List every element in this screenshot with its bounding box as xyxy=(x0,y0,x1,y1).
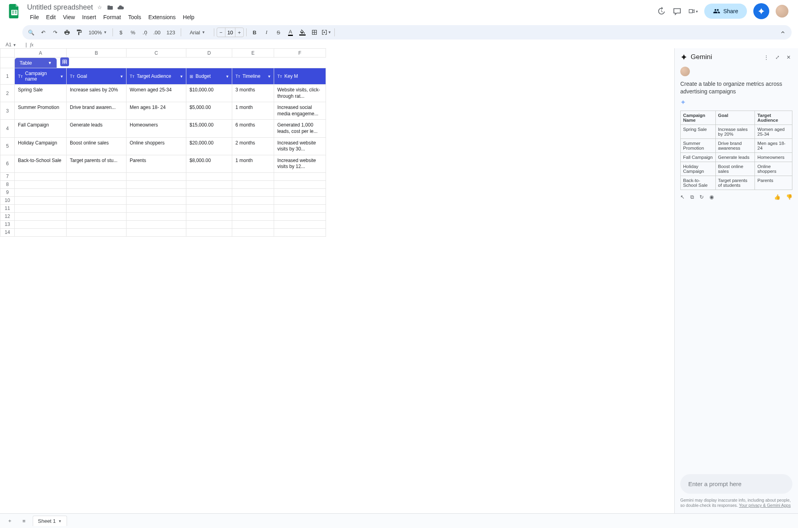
cell[interactable]: 3 months xyxy=(232,85,274,102)
column-header[interactable]: A xyxy=(15,49,67,57)
table-chip[interactable]: Table▼ xyxy=(15,58,57,68)
row-header[interactable]: 1 xyxy=(0,68,15,85)
percent-button[interactable]: % xyxy=(127,27,138,38)
row-header[interactable]: 12 xyxy=(0,212,15,220)
sheets-logo[interactable] xyxy=(6,3,22,19)
row-header[interactable]: 13 xyxy=(0,220,15,228)
cell[interactable]: Parents xyxy=(126,155,186,172)
star-icon[interactable]: ☆ xyxy=(96,4,103,11)
cell[interactable]: Back-to-School Sale xyxy=(15,155,67,172)
document-title[interactable]: Untitled spreadsheet xyxy=(27,3,93,12)
cell[interactable]: Generate leads xyxy=(67,120,126,137)
share-button[interactable]: Share xyxy=(704,4,747,19)
menu-extensions[interactable]: Extensions xyxy=(146,12,178,22)
select-all-corner[interactable] xyxy=(0,49,15,57)
spreadsheet-grid[interactable]: A B C D E F Table▼ 1 TтCampaign name▾ Tт… xyxy=(0,48,674,513)
column-header[interactable]: E xyxy=(232,49,274,57)
column-header[interactable]: F xyxy=(274,49,326,57)
name-box[interactable]: A1 ▼ xyxy=(4,41,22,48)
cell[interactable]: Women aged 25-34 xyxy=(126,85,186,102)
cloud-status-icon[interactable] xyxy=(117,4,124,11)
thumbs-up-icon[interactable]: 👍 xyxy=(774,194,780,200)
comments-icon[interactable] xyxy=(672,6,682,16)
print-button[interactable] xyxy=(61,27,73,38)
search-menu-icon[interactable]: 🔍 xyxy=(26,27,37,38)
strikethrough-button[interactable]: S xyxy=(273,27,284,38)
cell[interactable]: Online shoppers xyxy=(126,137,186,155)
row-header[interactable]: 9 xyxy=(0,188,15,196)
redo-button[interactable]: ↷ xyxy=(49,27,61,38)
increase-decimal-button[interactable]: .00 xyxy=(151,27,162,38)
sources-icon[interactable]: ◉ xyxy=(709,194,714,200)
cell[interactable]: 1 month xyxy=(232,155,274,172)
cell[interactable]: Generated 1,000 leads, cost per le... xyxy=(274,120,326,137)
cell[interactable]: Increased website visits by 12... xyxy=(274,155,326,172)
currency-button[interactable]: $ xyxy=(115,27,126,38)
font-family-select[interactable]: Arial▼ xyxy=(184,27,211,38)
gemini-launcher-button[interactable] xyxy=(753,3,769,19)
row-header[interactable]: 6 xyxy=(0,155,15,172)
cell[interactable]: 1 month xyxy=(232,102,274,120)
cell[interactable]: $5,000.00 xyxy=(186,102,232,120)
more-icon[interactable]: ⋮ xyxy=(762,53,770,61)
cell[interactable]: $8,000.00 xyxy=(186,155,232,172)
cell[interactable]: Increased website visits by 30... xyxy=(274,137,326,155)
cell[interactable]: Summer Promotion xyxy=(15,102,67,120)
privacy-link[interactable]: Your privacy & Gemini Apps xyxy=(739,503,791,508)
row-header[interactable]: 11 xyxy=(0,204,15,212)
move-icon[interactable] xyxy=(107,4,114,11)
close-icon[interactable]: ✕ xyxy=(784,53,792,61)
cell[interactable]: Increase sales by 20% xyxy=(67,85,126,102)
column-header[interactable]: D xyxy=(186,49,232,57)
menu-insert[interactable]: Insert xyxy=(79,12,99,22)
add-sheet-button[interactable]: ＋ xyxy=(4,515,15,526)
column-header[interactable]: B xyxy=(67,49,126,57)
copy-icon[interactable]: ⧉ xyxy=(690,194,694,200)
table-grid-icon[interactable] xyxy=(60,57,69,66)
merge-cells-button[interactable]: ▼ xyxy=(321,27,332,38)
expand-icon[interactable]: ⤢ xyxy=(773,53,781,61)
row-header[interactable]: 8 xyxy=(0,180,15,188)
paint-format-button[interactable] xyxy=(73,27,85,38)
borders-button[interactable] xyxy=(309,27,320,38)
cell[interactable]: Boost online sales xyxy=(67,137,126,155)
decrease-decimal-button[interactable]: .0̣ xyxy=(139,27,150,38)
retry-icon[interactable]: ↻ xyxy=(699,194,704,200)
menu-file[interactable]: File xyxy=(27,12,42,22)
cell[interactable]: Homeowners xyxy=(126,120,186,137)
meet-icon[interactable]: ▾ xyxy=(688,6,698,16)
thumbs-down-icon[interactable]: 👎 xyxy=(786,194,792,200)
increase-font-button[interactable]: + xyxy=(235,30,243,36)
cell[interactable]: $20,000.00 xyxy=(186,137,232,155)
zoom-select[interactable]: 100%▼ xyxy=(85,27,110,38)
menu-edit[interactable]: Edit xyxy=(43,12,59,22)
italic-button[interactable]: I xyxy=(261,27,272,38)
row-header[interactable]: 2 xyxy=(0,85,15,102)
cell[interactable]: Spring Sale xyxy=(15,85,67,102)
cell[interactable]: 6 months xyxy=(232,120,274,137)
column-header[interactable]: C xyxy=(126,49,186,57)
row-header[interactable]: 3 xyxy=(0,102,15,120)
cell[interactable]: Drive brand awaren... xyxy=(67,102,126,120)
row-header[interactable]: 5 xyxy=(0,137,15,155)
menu-view[interactable]: View xyxy=(60,12,78,22)
all-sheets-button[interactable]: ≡ xyxy=(18,515,30,526)
cell[interactable]: Website visits, click-through rat... xyxy=(274,85,326,102)
bold-button[interactable]: B xyxy=(249,27,260,38)
toolbar-overflow-button[interactable] xyxy=(777,27,788,38)
cell[interactable]: Increased social media engageme... xyxy=(274,102,326,120)
menu-help[interactable]: Help xyxy=(180,12,197,22)
undo-button[interactable]: ↶ xyxy=(38,27,49,38)
insert-icon[interactable]: ↖ xyxy=(680,194,685,200)
row-header[interactable]: 10 xyxy=(0,196,15,204)
decrease-font-button[interactable]: − xyxy=(217,30,225,36)
menu-format[interactable]: Format xyxy=(101,12,124,22)
account-avatar[interactable] xyxy=(776,5,788,18)
row-header[interactable]: 14 xyxy=(0,228,15,236)
text-color-button[interactable]: A xyxy=(285,27,296,38)
cell[interactable]: Fall Campaign xyxy=(15,120,67,137)
cell[interactable]: 2 months xyxy=(232,137,274,155)
font-size-stepper[interactable]: − + xyxy=(217,28,244,37)
fill-color-button[interactable] xyxy=(297,27,308,38)
cell[interactable]: Men ages 18- 24 xyxy=(126,102,186,120)
